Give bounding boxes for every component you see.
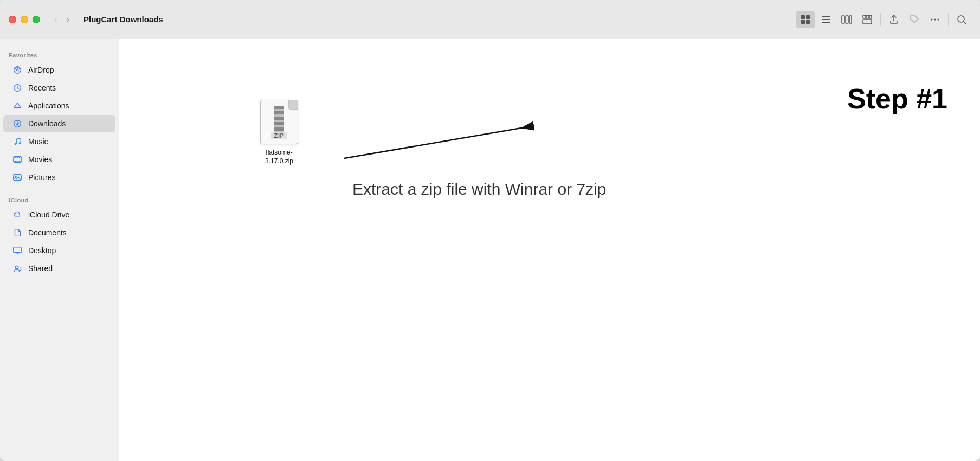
step-heading: Step #1 <box>847 82 947 115</box>
forward-button[interactable]: › <box>63 11 73 27</box>
sidebar-item-downloads-label: Downloads <box>28 119 66 128</box>
svg-point-16 <box>938 18 939 20</box>
svg-point-14 <box>931 18 933 20</box>
toolbar-actions <box>796 11 971 28</box>
share-button[interactable] <box>884 11 904 28</box>
svg-rect-1 <box>806 15 810 19</box>
view-columns-button[interactable] <box>837 11 856 28</box>
close-button[interactable] <box>9 16 16 23</box>
nav-buttons: ‹ › <box>51 11 73 27</box>
sidebar-item-recents[interactable]: Recents <box>3 79 115 97</box>
sidebar-item-music-label: Music <box>28 137 48 146</box>
svg-rect-9 <box>849 16 852 23</box>
movies-icon <box>12 154 23 165</box>
back-button[interactable]: ‹ <box>51 11 61 27</box>
svg-line-18 <box>964 22 966 24</box>
zip-icon: ZIP <box>257 98 301 146</box>
sidebar-item-icloud-drive-label: iCloud Drive <box>28 210 69 219</box>
sidebar-item-pictures-label: Pictures <box>28 173 56 182</box>
arrow-annotation <box>312 115 539 169</box>
svg-point-15 <box>934 18 936 20</box>
svg-rect-0 <box>801 15 805 19</box>
sidebar-item-movies[interactable]: Movies <box>3 151 115 168</box>
separator-1 <box>880 13 881 26</box>
window-title: PlugCart Downloads <box>83 15 163 24</box>
sidebar-item-pictures[interactable]: Pictures <box>3 169 115 186</box>
maximize-button[interactable] <box>33 16 40 23</box>
sidebar-item-applications-label: Applications <box>28 101 69 110</box>
svg-point-23 <box>19 142 21 144</box>
svg-rect-11 <box>863 15 866 18</box>
icloud-drive-icon <box>12 209 23 220</box>
svg-point-17 <box>958 16 964 22</box>
sidebar-item-downloads[interactable]: Downloads <box>3 115 115 132</box>
sidebar-item-desktop[interactable]: Desktop <box>3 242 115 259</box>
titlebar: ‹ › PlugCart Downloads <box>0 0 980 39</box>
view-list-button[interactable] <box>816 11 836 28</box>
sidebar-item-applications[interactable]: Applications <box>3 97 115 114</box>
documents-icon <box>12 227 23 238</box>
music-icon <box>12 136 23 147</box>
zip-label: ZIP <box>271 132 288 139</box>
more-button[interactable] <box>925 11 945 28</box>
separator-2 <box>948 13 949 26</box>
shared-icon <box>12 263 23 274</box>
sidebar-item-icloud-drive[interactable]: iCloud Drive <box>3 206 115 223</box>
file-area: Step #1 ZIP flatsome-3.17.0.zip <box>119 39 980 461</box>
traffic-lights <box>9 16 40 23</box>
sidebar-item-airdrop[interactable]: AirDrop <box>3 61 115 79</box>
svg-rect-8 <box>846 16 848 23</box>
svg-rect-2 <box>801 20 805 24</box>
svg-rect-10 <box>863 20 872 24</box>
favorites-label: Favorites <box>0 48 119 61</box>
svg-point-22 <box>15 143 17 145</box>
view-grid-button[interactable] <box>796 11 815 28</box>
zip-paper: ZIP <box>260 100 298 144</box>
desktop-icon <box>12 245 23 256</box>
tag-button[interactable] <box>905 11 924 28</box>
svg-point-28 <box>15 266 18 269</box>
svg-rect-13 <box>869 15 872 18</box>
pictures-icon <box>12 172 23 183</box>
sidebar-item-airdrop-label: AirDrop <box>28 66 54 74</box>
downloads-icon <box>12 118 23 129</box>
sidebar-item-desktop-label: Desktop <box>28 246 56 255</box>
file-name: flatsome-3.17.0.zip <box>254 149 305 165</box>
sidebar-item-documents-label: Documents <box>28 228 67 237</box>
svg-rect-12 <box>866 15 869 18</box>
svg-rect-7 <box>842 16 844 23</box>
sidebar-item-shared[interactable]: Shared <box>3 260 115 277</box>
recents-icon <box>12 82 23 93</box>
content-area: Favorites AirDrop <box>0 39 980 461</box>
minimize-button[interactable] <box>21 16 28 23</box>
svg-rect-6 <box>822 22 830 23</box>
svg-rect-5 <box>822 19 830 20</box>
instruction-text: Extract a zip file with Winrar or 7zip <box>352 180 606 199</box>
applications-icon <box>12 100 23 111</box>
search-button[interactable] <box>952 11 971 28</box>
zip-file-item[interactable]: ZIP flatsome-3.17.0.zip <box>249 93 309 170</box>
sidebar-item-movies-label: Movies <box>28 155 52 164</box>
svg-rect-3 <box>806 20 810 24</box>
sidebar-item-recents-label: Recents <box>28 84 56 92</box>
airdrop-icon <box>12 65 23 75</box>
sidebar-item-music[interactable]: Music <box>3 133 115 150</box>
svg-point-26 <box>15 176 17 177</box>
finder-window: ‹ › PlugCart Downloads <box>0 0 980 461</box>
sidebar-item-documents[interactable]: Documents <box>3 224 115 241</box>
sidebar: Favorites AirDrop <box>0 39 119 461</box>
view-gallery-button[interactable] <box>858 11 877 28</box>
svg-rect-4 <box>822 16 830 17</box>
sidebar-item-shared-label: Shared <box>28 264 53 273</box>
zip-zipper <box>274 106 284 133</box>
svg-rect-27 <box>14 247 21 253</box>
icloud-label: iCloud <box>0 193 119 206</box>
